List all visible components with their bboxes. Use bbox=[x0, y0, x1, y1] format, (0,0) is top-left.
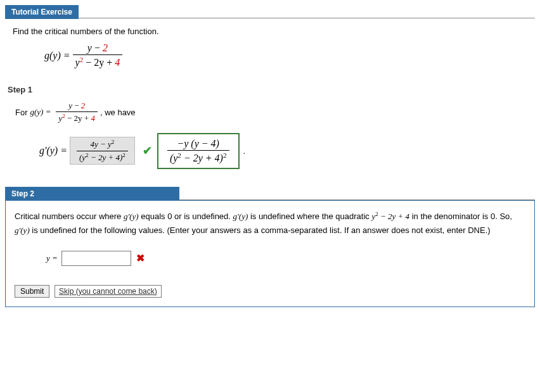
submit-button[interactable]: Submit bbox=[15, 285, 49, 298]
function-definition: g(y) = y − 2 y2 − 2y + 4 bbox=[44, 42, 125, 68]
numerator-op: − bbox=[92, 42, 103, 53]
step1-pre: For bbox=[15, 108, 28, 117]
denominator-mid: − 2y + bbox=[83, 57, 115, 68]
header-rule bbox=[79, 5, 535, 18]
step1-func-lhs: g(y) = bbox=[30, 107, 51, 117]
prompt-section: Find the critical numbers of the functio… bbox=[5, 27, 535, 68]
trailing-period: . bbox=[243, 146, 246, 156]
step1-section: Step 1 For g(y) = y − 2 y2 − 2y + 4 , we… bbox=[5, 85, 535, 169]
step2-label: Step 2 bbox=[5, 187, 179, 201]
step1-line: For g(y) = y − 2 y2 − 2y + 4 , we have bbox=[15, 101, 535, 123]
wrong-icon: ✖ bbox=[136, 252, 145, 264]
numerator-const: 2 bbox=[103, 42, 108, 53]
skip-link[interactable]: Skip (you cannot come back) bbox=[55, 285, 162, 298]
answer-row: y = ✖ bbox=[46, 251, 525, 266]
step1-fraction: y − 2 y2 − 2y + 4 bbox=[56, 101, 98, 123]
y-equals-label: y = bbox=[46, 253, 58, 263]
correct-numerator: −y (y − 4) bbox=[174, 138, 221, 149]
header-title: Tutorial Exercise bbox=[5, 5, 79, 19]
step2-section: Step 2 Critical numbers occur where g'(y… bbox=[5, 187, 535, 307]
step2-header: Step 2 bbox=[5, 187, 535, 201]
step2-box: Critical numbers occur where g'(y) equal… bbox=[5, 200, 535, 307]
derivative-lhs: g'(y) = bbox=[39, 145, 67, 156]
step1-label: Step 1 bbox=[8, 85, 535, 94]
derivative-entered-box: 4y − y2 (y2 − 2y + 4)2 bbox=[70, 137, 135, 165]
answer-input[interactable] bbox=[61, 251, 131, 266]
function-fraction: y − 2 y2 − 2y + 4 bbox=[73, 42, 123, 68]
denominator-var: y bbox=[75, 57, 80, 68]
denominator-const: 4 bbox=[115, 57, 120, 68]
button-row: Submit Skip (you cannot come back) bbox=[15, 285, 525, 298]
check-icon: ✔ bbox=[143, 144, 152, 158]
step2-paragraph: Critical numbers occur where g'(y) equal… bbox=[15, 210, 525, 238]
numerator-var: y bbox=[87, 42, 92, 53]
function-lhs: g(y) = bbox=[44, 50, 70, 61]
derivative-correct-box: −y (y − 4) (y2 − 2y + 4)2 bbox=[157, 133, 240, 169]
prompt-text: Find the critical numbers of the functio… bbox=[13, 27, 535, 36]
tutorial-header: Tutorial Exercise bbox=[5, 5, 535, 19]
derivative-row: g'(y) = 4y − y2 (y2 − 2y + 4)2 ✔ −y (y −… bbox=[39, 133, 535, 169]
step1-post: , we have bbox=[100, 108, 136, 117]
